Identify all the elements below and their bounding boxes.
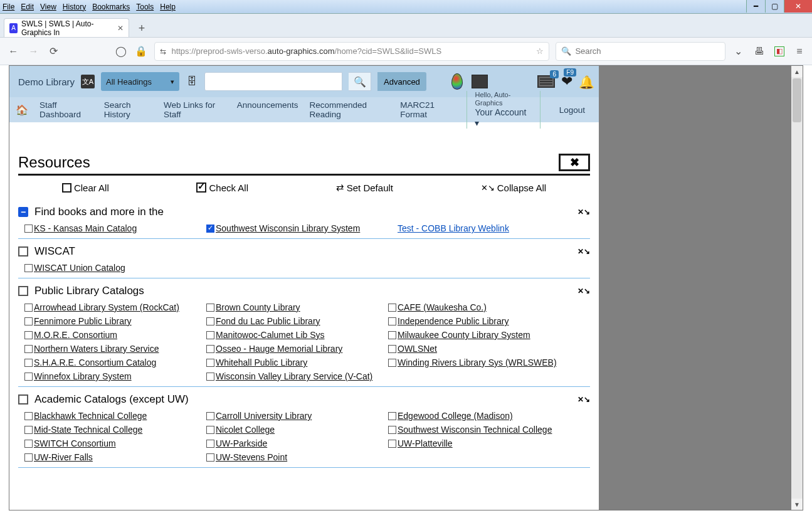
resource-item[interactable]: Milwaukee County Library System [388,330,570,340]
group-header[interactable]: Academic Catalogs (except UW)✕↘ [18,391,590,408]
resource-item[interactable]: Blackhawk Technical College [24,411,206,421]
collapse-icon[interactable]: ✕↘ [577,247,590,256]
advanced-search-button[interactable]: Advanced [377,72,426,91]
collapse-icon[interactable]: ✕↘ [577,287,590,295]
item-checkbox[interactable] [24,304,33,312]
forward-button[interactable]: → [26,44,40,59]
item-checkbox[interactable] [206,426,214,434]
url-bar[interactable]: ⇆ https://preprod-swls-verso.auto-graphi… [154,42,549,61]
resource-item[interactable]: UW-Parkside [206,438,388,448]
logout-link[interactable]: Logout [552,105,593,115]
item-link[interactable]: WISCAT Union Catalog [34,263,125,273]
item-link[interactable]: UW-Stevens Point [216,452,287,462]
item-link[interactable]: Southwest Wisconsin Library System [216,223,360,233]
item-checkbox[interactable] [206,440,214,448]
nav-item[interactable]: Recommended Reading [309,100,389,119]
scroll-up-arrow[interactable]: ▲ [791,66,803,77]
scroll-thumb[interactable] [793,78,801,122]
set-default-button[interactable]: ⇄Set Default [336,182,393,193]
item-link[interactable]: Southwest Wisconsin Technical College [398,425,552,435]
os-menu-item[interactable]: Tools [136,3,154,11]
home-icon[interactable]: 🏠 [16,104,28,116]
resource-item[interactable]: Carroll University Library [206,411,388,421]
catalog-search-input[interactable] [204,72,342,91]
item-checkbox[interactable] [388,345,396,353]
item-checkbox[interactable] [24,264,33,272]
clear-all-button[interactable]: Clear All [62,182,109,193]
notifications-icon[interactable]: 🔔 [579,75,593,88]
os-menu-item[interactable]: File [3,3,14,11]
resource-item[interactable]: UW-River Falls [24,452,206,462]
group-header[interactable]: WISCAT✕↘ [18,243,590,260]
nav-item[interactable]: Announcements [237,100,298,119]
item-checkbox[interactable] [24,317,33,325]
back-button[interactable]: ← [6,44,20,59]
item-checkbox[interactable] [24,426,33,434]
resource-item[interactable]: UW-Platteville [388,438,570,448]
resource-item[interactable]: Arrowhead Library System (RockCat) [24,302,206,312]
resource-item[interactable]: Northern Waters Library Service [24,344,206,354]
nav-item[interactable]: Search History [104,100,152,119]
item-link[interactable]: Arrowhead Library System (RockCat) [34,302,179,312]
item-checkbox[interactable] [24,345,33,353]
resource-item[interactable]: Mid-State Technical College [24,425,206,435]
item-link[interactable]: Milwaukee County Library System [398,330,530,340]
item-checkbox[interactable] [24,453,33,462]
resource-item[interactable]: Southwest Wisconsin Technical College [388,425,570,435]
item-checkbox[interactable] [388,412,396,420]
resource-item[interactable]: CAFE (Waukesha Co.) [388,302,570,312]
resource-item[interactable]: S.H.A.R.E. Consortium Catalog [24,357,206,368]
item-link[interactable]: SWITCH Consortium [34,438,116,448]
resource-item[interactable]: KS - Kansas Main Catalog [24,223,206,233]
catalog-search-button[interactable]: 🔍 [349,72,371,91]
nav-item[interactable]: MARC21 Format [400,100,455,119]
resource-item[interactable]: M.O.R.E. Consortium [24,330,206,340]
resource-item[interactable]: OWLSNet [388,344,570,354]
item-link[interactable]: Northern Waters Library Service [34,344,159,354]
os-menu-item[interactable]: Bookmarks [92,3,130,11]
new-tab-button[interactable]: + [133,19,150,37]
language-icon[interactable]: 文A [81,75,95,88]
close-tab-icon[interactable]: ✕ [117,24,124,33]
item-link[interactable]: UW-River Falls [34,452,93,462]
item-checkbox[interactable] [206,453,214,462]
item-link[interactable]: Blackhawk Technical College [34,411,147,421]
item-checkbox[interactable] [24,359,33,367]
item-checkbox[interactable] [388,359,396,367]
item-link[interactable]: KS - Kansas Main Catalog [34,223,137,233]
item-link[interactable]: Edgewood College (Madison) [398,411,513,421]
item-link[interactable]: UW-Platteville [398,438,453,448]
group-header[interactable]: Public Library Catalogs✕↘ [18,282,590,300]
scroll-down-arrow[interactable]: ▼ [791,499,803,510]
item-checkbox[interactable] [24,373,33,381]
resource-item[interactable]: Osseo - Hauge Memorial Library [206,344,388,354]
item-checkbox[interactable] [206,345,214,353]
resource-item[interactable]: Independence Public Library [388,316,570,326]
print-icon[interactable]: 🖶 [753,45,766,58]
item-checkbox[interactable] [24,440,33,448]
item-checkbox[interactable] [206,359,214,367]
app-scrollbar[interactable]: ▲ ▼ [791,66,803,510]
check-all-button[interactable]: Check All [196,182,248,193]
resource-item[interactable]: SWITCH Consortium [24,438,206,448]
maximize-button[interactable]: ▢ [765,0,784,13]
item-link[interactable]: Fennimore Public Library [34,316,132,326]
item-checkbox[interactable] [206,373,214,381]
item-checkbox[interactable] [206,317,214,325]
item-checkbox[interactable] [388,331,396,339]
collapse-icon[interactable]: ✕↘ [577,208,590,216]
item-checkbox[interactable] [206,412,214,420]
pocket-icon[interactable]: ⌄ [732,45,744,58]
item-checkbox[interactable] [206,331,214,339]
item-link[interactable]: Winnefox Library System [34,371,132,381]
resource-item[interactable]: Fond du Lac Public Library [206,316,388,326]
item-link[interactable]: Osseo - Hauge Memorial Library [216,344,342,354]
resource-item[interactable]: Nicolet College [206,425,388,435]
item-link[interactable]: OWLSNet [398,344,437,354]
database-icon[interactable]: 🗄 [187,76,197,87]
item-link[interactable]: Fond du Lac Public Library [216,316,320,326]
resource-item[interactable]: Test - COBB Library Weblink [388,223,570,233]
close-panel-button[interactable]: ✖ [559,154,590,171]
headings-dropdown[interactable]: All Headings ▾ [101,72,179,91]
item-checkbox[interactable] [388,304,396,312]
